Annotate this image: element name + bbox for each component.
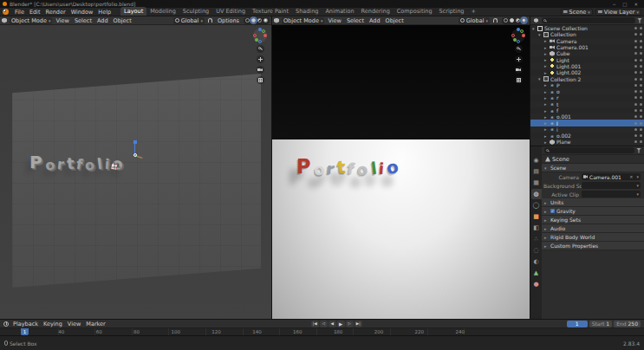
outliner-row[interactable]: ▸ l (530, 120, 644, 126)
transform-orientation-dropdown[interactable]: Global ▾ (173, 17, 205, 24)
transform-orientation-dropdown[interactable]: Global ▾ (459, 17, 490, 24)
axis-x-dot[interactable] (522, 34, 525, 37)
filter-icon[interactable] (637, 18, 642, 23)
property-value-field[interactable]: ✕ ▾ (582, 182, 641, 189)
transport-button[interactable] (311, 321, 319, 327)
material-shading-icon[interactable] (516, 18, 520, 23)
timeline-menu[interactable]: Marker (83, 321, 107, 327)
axis-x-neg-dot[interactable] (511, 34, 515, 37)
text-letter[interactable]: o (44, 156, 56, 173)
property-value-field[interactable]: Camera.001 ✕ ▾ (582, 173, 641, 180)
navigation-gizmo[interactable] (511, 29, 525, 42)
text-letter[interactable]: r (56, 156, 65, 173)
collapsed-section-header[interactable]: ▸ ✓ Custom Properties (542, 242, 644, 250)
hide-eye-icon[interactable] (634, 78, 637, 81)
viewport-canvas-solid[interactable]: Portfolio (0, 25, 271, 319)
viewport-menu[interactable]: Object (111, 17, 134, 24)
timeline-menu[interactable]: Keying (41, 321, 65, 327)
properties-tab[interactable] (531, 223, 542, 233)
viewport-menu[interactable]: Add (367, 17, 383, 24)
axis-z-neg-dot[interactable] (517, 40, 520, 43)
menubar-menu[interactable]: Edit (27, 9, 43, 16)
properties-tab[interactable] (531, 234, 542, 244)
outliner-row[interactable]: ▸ Plane (530, 139, 644, 145)
menubar-menu[interactable]: Render (42, 9, 68, 16)
outliner-row[interactable]: ▸ t (530, 101, 644, 107)
hide-eye-icon[interactable] (634, 128, 637, 131)
text-letter[interactable]: l (369, 159, 377, 178)
rendered-shading-icon[interactable] (522, 18, 526, 23)
transport-button[interactable] (346, 321, 354, 327)
material-shading-icon[interactable] (257, 18, 262, 23)
outliner-row[interactable]: ▸ P (530, 82, 644, 88)
hide-eye-icon[interactable] (634, 134, 637, 137)
collapsed-section-header[interactable]: ▸ ✓ Audio (542, 224, 644, 233)
portfolio-text-3d[interactable]: Portfolio (296, 155, 399, 178)
close-button[interactable]: ✕ (630, 2, 641, 7)
disable-render-icon[interactable] (640, 96, 642, 99)
outliner-row[interactable]: ▾ Scene Collection (530, 25, 644, 31)
outliner-row[interactable]: ▸ Light.002 (530, 69, 644, 75)
outliner-row[interactable]: ▸ f (530, 107, 644, 113)
solid-shading-icon[interactable] (251, 18, 256, 23)
scene-selector[interactable]: Scene ▾ (561, 9, 593, 16)
section-checkbox[interactable]: ✓ (550, 209, 555, 213)
workspace-tab[interactable]: UV Editing (212, 7, 249, 16)
axis-y-neg-dot[interactable] (262, 29, 265, 33)
hide-eye-icon[interactable] (634, 90, 637, 93)
properties-tab[interactable] (531, 268, 542, 278)
properties-tab[interactable] (531, 178, 542, 188)
zoom-tool-icon[interactable] (257, 45, 264, 53)
properties-tab[interactable] (531, 279, 542, 289)
properties-tab[interactable] (531, 155, 542, 165)
expand-arrow-icon[interactable]: ▸ (544, 45, 550, 50)
menubar-menu[interactable]: Window (68, 9, 96, 16)
menubar-menu[interactable]: File (12, 9, 27, 16)
hide-eye-icon[interactable] (634, 109, 637, 112)
snap-magnet-icon[interactable] (208, 18, 212, 23)
outliner-row[interactable]: ▸ o (530, 88, 644, 94)
timeline-menu[interactable]: View (65, 321, 83, 327)
workspace-tab[interactable]: + (467, 7, 478, 16)
options-dropdown[interactable]: Options (215, 17, 242, 24)
hide-eye-icon[interactable] (634, 27, 637, 29)
camera-view-tool-icon[interactable] (515, 66, 523, 74)
collapsed-section-header[interactable]: ▸ ✓ Keying Sets (542, 216, 644, 224)
outliner-row[interactable]: ▸ o.002 (530, 133, 644, 139)
hide-eye-icon[interactable] (634, 122, 637, 125)
move-view-tool-icon[interactable] (515, 55, 523, 63)
outliner-row[interactable]: ▸ Camera (530, 38, 644, 44)
text-letter[interactable]: l (96, 155, 103, 173)
text-letter[interactable]: f (75, 156, 84, 173)
maximize-button[interactable]: □ (619, 2, 630, 7)
mode-dropdown[interactable]: Object Mode ▾ (10, 17, 52, 24)
text-letter[interactable]: o (85, 157, 95, 174)
text-letter[interactable]: t (66, 154, 75, 173)
workspace-tab[interactable]: Compositing (394, 7, 436, 16)
outliner-row[interactable]: ▾ Collection (530, 31, 644, 37)
hide-eye-icon[interactable] (634, 33, 637, 36)
transport-button[interactable] (337, 321, 345, 327)
outliner-row[interactable]: ▸ Light (530, 56, 644, 62)
viewport-menu[interactable]: Object (383, 17, 407, 24)
collapsed-section-header[interactable]: ▸ ✓ Units (542, 198, 644, 207)
rendered-shading-icon[interactable] (263, 18, 268, 23)
hide-eye-icon[interactable] (634, 140, 637, 143)
disable-render-icon[interactable] (640, 115, 642, 118)
minimize-button[interactable]: ─ (609, 2, 619, 7)
navigation-gizmo[interactable] (253, 29, 267, 42)
disable-render-icon[interactable] (640, 140, 642, 143)
properties-tab[interactable] (531, 256, 542, 267)
frame-end-field[interactable]: End 250 (614, 321, 641, 327)
timeline-menu[interactable]: Playback (10, 321, 41, 327)
properties-tab[interactable] (531, 200, 542, 211)
menubar-menu[interactable]: Help (95, 9, 114, 16)
transport-button[interactable] (329, 321, 336, 327)
toggle-ortho-tool-icon[interactable] (257, 76, 264, 84)
expand-arrow-icon[interactable]: ▸ (544, 139, 550, 145)
wireframe-shading-icon[interactable] (504, 18, 508, 23)
text-letter[interactable]: o (357, 160, 368, 179)
disable-render-icon[interactable] (640, 134, 642, 137)
workspace-tab[interactable]: Scripting (436, 7, 468, 16)
disable-render-icon[interactable] (640, 59, 642, 62)
